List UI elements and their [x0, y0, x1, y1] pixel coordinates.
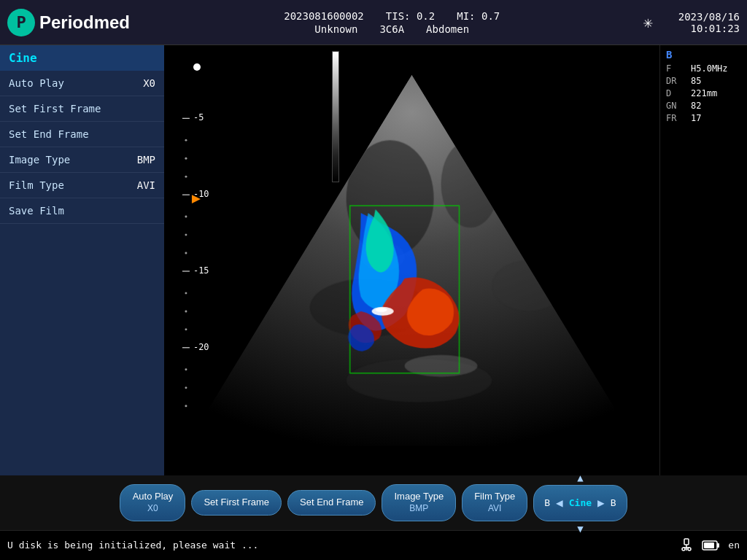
btn-filmtype[interactable]: Film Type AVI	[462, 484, 527, 521]
tis: TIS: 0.2	[386, 10, 435, 22]
btn-imagetype-label: Image Type	[394, 491, 444, 503]
logo-icon: P	[7, 9, 35, 36]
menu-item-imagetype[interactable]: Image Type BMP	[0, 147, 164, 173]
probe: 3C6A	[379, 23, 404, 35]
svg-point-23	[185, 328, 187, 330]
param-dr: DR 85	[666, 76, 741, 86]
svg-point-35	[682, 548, 685, 551]
svg-point-17	[185, 176, 187, 178]
param-d: D 221mm	[666, 88, 741, 98]
cine-nav-left-label: B	[544, 497, 550, 508]
menu-item-imagetype-value: BMP	[137, 154, 155, 166]
btn-setend-label: Set End Frame	[300, 497, 363, 509]
mi: MI: 0.7	[457, 10, 500, 22]
main-area: Cine Auto Play X0 Set First Frame Set En…	[0, 45, 747, 475]
svg-point-22	[185, 310, 187, 312]
svg-point-19	[185, 234, 187, 236]
menu-item-savefilm-label: Save Film	[9, 205, 64, 217]
logo-text: Periodmed	[39, 12, 130, 33]
svg-point-21	[185, 292, 187, 294]
menu-item-filmtype[interactable]: Film Type AVI	[0, 173, 164, 198]
header-info: 2023081600002 TIS: 0.2 MI: 0.7 Unknown 3…	[152, 10, 632, 35]
status-text: U disk is being initialized, please wait…	[7, 540, 258, 551]
menu-item-autoplay[interactable]: Auto Play X0	[0, 71, 164, 96]
svg-point-3	[492, 260, 565, 311]
battery-icon	[702, 539, 721, 552]
svg-rect-32	[684, 539, 689, 545]
svg-point-25	[185, 386, 187, 389]
param-fr: FR 17	[666, 113, 741, 123]
cine-center-label: Cine	[569, 497, 592, 508]
svg-text:-20: -20	[193, 342, 209, 352]
cine-nav: B ◀ Cine ▶ B	[533, 485, 627, 521]
svg-point-18	[185, 216, 187, 218]
btn-imagetype-sub: BMP	[409, 503, 428, 515]
preset: Abdomen	[426, 23, 469, 35]
svg-point-15	[185, 139, 187, 141]
menu-item-imagetype-label: Image Type	[9, 154, 70, 166]
status-bar: U disk is being initialized, please wait…	[0, 530, 747, 559]
svg-text:-5: -5	[193, 112, 204, 122]
svg-point-20	[185, 252, 187, 254]
menu-item-setfirst[interactable]: Set First Frame	[0, 96, 164, 122]
menu-item-setfirst-label: Set First Frame	[9, 103, 101, 114]
menu-item-savefilm[interactable]: Save Film	[0, 198, 164, 224]
bottom-controls: Auto Play X0 Set First Frame Set End Fra…	[0, 475, 747, 530]
btn-filmtype-sub: AVI	[488, 503, 501, 515]
menu-title: Cine	[0, 45, 164, 71]
svg-point-10	[376, 308, 387, 312]
menu-item-filmtype-label: Film Type	[9, 179, 64, 191]
svg-point-36	[688, 548, 691, 551]
param-f: F H5.0MHz	[666, 63, 741, 74]
param-gn: GN 82	[666, 101, 741, 111]
menu-item-setend-label: Set End Frame	[9, 128, 89, 140]
btn-setend[interactable]: Set End Frame	[287, 490, 376, 516]
usb-icon	[678, 537, 694, 553]
snowflake-icon: ✳	[643, 13, 652, 31]
svg-point-16	[185, 158, 187, 160]
svg-text:-15: -15	[193, 265, 209, 276]
svg-point-1	[441, 140, 499, 228]
cine-right-arrow[interactable]: ▶	[597, 496, 605, 510]
menu-item-autoplay-label: Auto Play	[9, 77, 64, 89]
svg-rect-38	[717, 543, 719, 548]
svg-point-24	[185, 368, 187, 370]
svg-point-26	[185, 405, 187, 407]
btn-autoplay-label: Auto Play	[133, 491, 174, 503]
btn-autoplay-sub: X0	[147, 503, 158, 515]
cine-left-arrow[interactable]: ◀	[556, 496, 563, 510]
header-datetime: 2023/08/16 10:01:23	[678, 11, 740, 34]
btn-autoplay[interactable]: Auto Play X0	[120, 484, 185, 521]
menu-item-filmtype-value: AVI	[137, 179, 155, 191]
header-time: 10:01:23	[691, 23, 740, 34]
patient: Unknown	[314, 23, 357, 35]
study-id: 2023081600002	[284, 10, 364, 22]
btn-setfirst[interactable]: Set First Frame	[191, 490, 282, 516]
language-indicator: en	[728, 540, 740, 551]
cine-down-arrow[interactable]: ▼	[577, 523, 583, 534]
btn-imagetype[interactable]: Image Type BMP	[382, 484, 456, 521]
right-panel: B F H5.0MHz DR 85 D 221mm GN 82 FR 17	[659, 45, 747, 475]
mode-label: B	[666, 49, 741, 61]
left-menu: Cine Auto Play X0 Set First Frame Set En…	[0, 45, 164, 475]
svg-rect-39	[704, 542, 714, 548]
btn-filmtype-label: Film Type	[474, 491, 515, 503]
image-area: -5 -10 -15 -20	[164, 45, 659, 475]
ultrasound-image: -5 -10 -15 -20	[164, 45, 659, 475]
cine-nav-right-label: B	[611, 497, 616, 508]
header-row2: Unknown 3C6A Abdomen	[314, 23, 469, 35]
logo: P Periodmed	[7, 9, 130, 36]
header: P Periodmed 2023081600002 TIS: 0.2 MI: 0…	[0, 0, 747, 45]
btn-setfirst-label: Set First Frame	[204, 497, 269, 509]
header-date: 2023/08/16	[678, 11, 740, 23]
grayscale-bar	[332, 51, 339, 182]
menu-item-autoplay-value: X0	[143, 77, 155, 89]
header-row1: 2023081600002 TIS: 0.2 MI: 0.7	[284, 10, 500, 22]
menu-item-setend[interactable]: Set End Frame	[0, 122, 164, 147]
status-right: en	[678, 537, 740, 553]
